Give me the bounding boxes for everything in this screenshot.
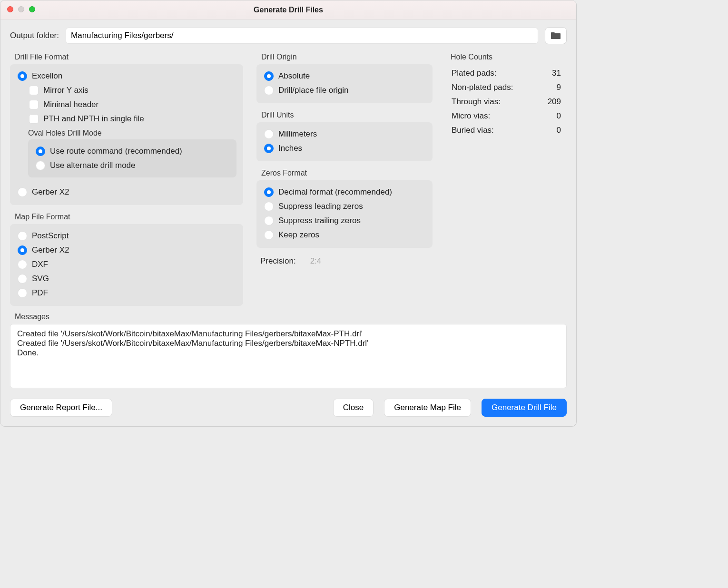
hole-counts-name: Through vias: (452, 97, 501, 107)
hole-counts-name: Buried vias: (452, 126, 494, 135)
precision-value: 2:4 (310, 256, 322, 266)
radio-label: Keep zeros (278, 230, 319, 240)
radio-map-postscript[interactable]: PostScript (17, 229, 236, 243)
checkbox-label: PTH and NPTH in single file (43, 114, 144, 124)
radio-indicator-icon (264, 86, 274, 95)
column-middle: Drill Origin Absolute Drill/place file o… (256, 50, 433, 306)
radio-label: Suppress trailing zeros (278, 216, 361, 225)
radio-units-mm[interactable]: Millimeters (263, 127, 426, 141)
drill-file-format-label: Drill File Format (15, 53, 243, 61)
radio-indicator-icon (18, 187, 27, 197)
radio-oval-route[interactable]: Use route command (recommended) (35, 144, 230, 158)
close-button[interactable]: Close (333, 399, 374, 417)
radio-label: Drill/place file origin (278, 86, 348, 95)
zoom-window-button[interactable] (29, 6, 35, 12)
radio-map-dxf[interactable]: DXF (17, 257, 236, 272)
hole-counts-name: Plated pads: (452, 69, 497, 78)
hole-counts-row-buried: Buried vias: 0 (449, 123, 564, 137)
checkbox-icon (29, 114, 39, 124)
radio-label: PDF (32, 288, 48, 298)
radio-indicator-icon (264, 71, 274, 81)
hole-counts-label: Hole Counts (451, 53, 567, 61)
window-controls (7, 6, 35, 12)
radio-indicator-icon (18, 288, 27, 298)
radio-map-gerberx2[interactable]: Gerber X2 (17, 243, 236, 257)
check-minimal-header[interactable]: Minimal header (28, 98, 236, 112)
radio-indicator-icon (264, 144, 274, 153)
radio-map-svg[interactable]: SVG (17, 272, 236, 286)
check-single-file[interactable]: PTH and NPTH in single file (28, 112, 236, 126)
radio-label: Use route command (recommended) (50, 147, 182, 156)
hole-counts-value: 0 (539, 111, 561, 121)
generate-report-button[interactable]: Generate Report File... (10, 399, 112, 417)
radio-indicator-icon (264, 202, 274, 211)
hole-counts-value: 9 (539, 83, 561, 92)
drill-origin-panel: Absolute Drill/place file origin (256, 64, 433, 103)
button-row: Generate Report File... Close Generate M… (10, 399, 567, 417)
radio-indicator-icon (264, 230, 274, 240)
radio-units-in[interactable]: Inches (263, 141, 426, 156)
generate-map-button[interactable]: Generate Map File (384, 399, 471, 417)
precision-row: Precision: 2:4 (260, 256, 433, 266)
drill-units-label: Drill Units (261, 111, 433, 119)
radio-label: Decimal format (recommended) (278, 187, 392, 197)
radio-gerber-x2-format[interactable]: Gerber X2 (17, 185, 236, 199)
radio-indicator-icon (264, 216, 274, 225)
radio-indicator-icon (264, 187, 274, 197)
radio-indicator-icon (36, 147, 45, 156)
radio-indicator-icon (36, 161, 45, 170)
radio-oval-alt[interactable]: Use alternate drill mode (35, 158, 230, 173)
hole-counts-name: Non-plated pads: (452, 83, 513, 92)
hole-counts-row-micro: Micro vias: 0 (449, 109, 564, 123)
radio-excellon[interactable]: Excellon (17, 69, 236, 83)
excellon-options: Mirror Y axis Minimal header PTH and NPT… (28, 83, 236, 177)
radio-label: Suppress leading zeros (278, 202, 363, 211)
radio-zeros-suppress-leading[interactable]: Suppress leading zeros (263, 199, 426, 214)
close-window-button[interactable] (7, 6, 13, 12)
checkbox-icon (29, 86, 39, 95)
column-left: Drill File Format Excellon Mirror Y axis (10, 50, 243, 306)
radio-indicator-icon (18, 71, 27, 81)
hole-counts-value: 0 (539, 126, 561, 135)
hole-counts-row-plated: Plated pads: 31 (449, 66, 564, 80)
generate-drill-button[interactable]: Generate Drill File (482, 399, 567, 417)
checkbox-label: Minimal header (43, 100, 98, 109)
hole-counts-panel: Plated pads: 31 Non-plated pads: 9 Throu… (446, 64, 567, 139)
output-folder-label: Output folder: (10, 31, 59, 40)
radio-zeros-keep[interactable]: Keep zeros (263, 228, 426, 242)
hole-counts-name: Micro vias: (452, 111, 490, 121)
minimize-window-button[interactable] (18, 6, 24, 12)
radio-origin-file[interactable]: Drill/place file origin (263, 83, 426, 98)
check-mirror-y[interactable]: Mirror Y axis (28, 83, 236, 98)
oval-holes-label: Oval Holes Drill Mode (28, 129, 236, 137)
zeros-format-label: Zeros Format (261, 169, 433, 177)
columns: Drill File Format Excellon Mirror Y axis (10, 50, 567, 306)
radio-map-pdf[interactable]: PDF (17, 286, 236, 300)
radio-label: Gerber X2 (32, 245, 69, 255)
output-folder-row: Output folder: (10, 27, 567, 44)
radio-label: Excellon (32, 71, 62, 81)
radio-zeros-decimal[interactable]: Decimal format (recommended) (263, 185, 426, 199)
precision-label: Precision: (260, 256, 296, 266)
output-folder-input[interactable] (66, 28, 538, 44)
hole-counts-value: 209 (539, 97, 561, 107)
browse-folder-button[interactable] (545, 27, 567, 44)
checkbox-icon (29, 100, 39, 109)
radio-label: SVG (32, 274, 49, 284)
radio-origin-absolute[interactable]: Absolute (263, 69, 426, 83)
drill-origin-label: Drill Origin (261, 53, 433, 61)
radio-label: Millimeters (278, 129, 317, 139)
radio-label: DXF (32, 260, 48, 269)
radio-indicator-icon (18, 260, 27, 269)
dialog-window: Generate Drill Files Output folder: Dril… (0, 0, 577, 427)
radio-zeros-suppress-trailing[interactable]: Suppress trailing zeros (263, 214, 426, 228)
radio-label: Use alternate drill mode (50, 161, 136, 170)
window-title: Generate Drill Files (254, 6, 323, 14)
checkbox-label: Mirror Y axis (43, 86, 89, 95)
radio-label: Inches (278, 144, 302, 153)
hole-counts-value: 31 (539, 69, 561, 78)
hole-counts-row-through: Through vias: 209 (449, 95, 564, 109)
folder-icon (551, 31, 561, 40)
titlebar: Generate Drill Files (0, 0, 576, 20)
drill-units-panel: Millimeters Inches (256, 122, 433, 161)
